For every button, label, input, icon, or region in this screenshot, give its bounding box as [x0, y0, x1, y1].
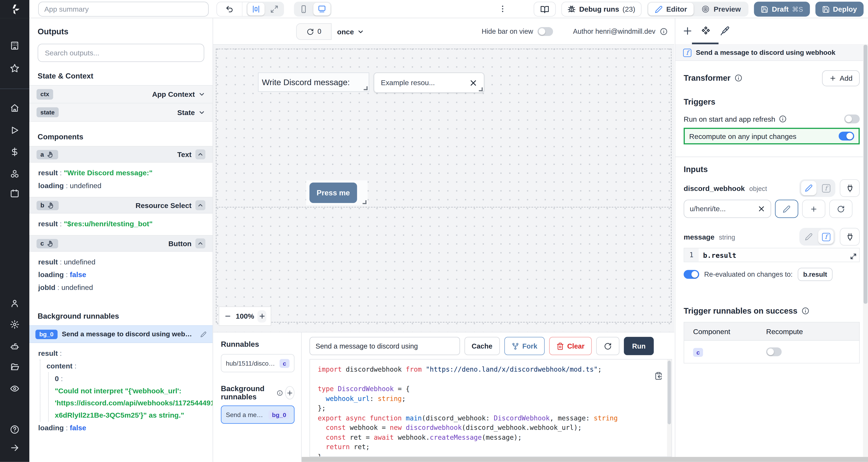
message-expression-editor[interactable]: 1 b.result [684, 248, 860, 262]
component-a-header[interactable]: a Text [29, 146, 213, 163]
bg0-row[interactable]: bg_0 Send a message to discord using web… [29, 325, 213, 343]
component-b-props: result"$res:u/henri/testing_bot" [29, 213, 213, 235]
tab-component-settings-icon[interactable] [701, 26, 711, 36]
clear-x-icon[interactable] [758, 205, 765, 212]
resize-handle[interactable] [363, 200, 367, 204]
component-a-id: a [40, 151, 44, 158]
eval-mode-button[interactable]: f [818, 230, 834, 244]
collapse-chevron-up-icon[interactable] [195, 150, 206, 159]
fork-button[interactable]: Fork [504, 337, 545, 355]
script-name-input[interactable] [309, 337, 460, 355]
tab-insert-plus-icon[interactable] [683, 26, 692, 36]
app-canvas[interactable]: Write Discord message: Example resou... … [213, 45, 674, 332]
zoom-out-button[interactable] [224, 310, 232, 322]
code-vertical-scrollbar[interactable] [667, 360, 672, 456]
reeval-toggle[interactable] [684, 270, 699, 279]
press-me-button[interactable]: Press me [309, 183, 357, 203]
undo-button[interactable] [217, 2, 242, 16]
audit-eye-icon[interactable] [10, 384, 20, 393]
add-transformer-button[interactable]: Add [822, 70, 860, 86]
component-c-header[interactable]: c Button [29, 235, 213, 252]
debug-runs-count: (23) [622, 5, 635, 13]
ctx-row[interactable]: ctx App Context [29, 85, 213, 103]
folders-icon[interactable] [10, 362, 20, 372]
runs-play-icon[interactable] [10, 126, 20, 135]
chevron-down-icon[interactable] [198, 91, 205, 98]
tab-styling-brush-icon[interactable] [720, 26, 730, 36]
draft-button[interactable]: Draft⌘S [754, 2, 810, 16]
hide-bar-toggle[interactable] [538, 27, 553, 36]
resource-select-component[interactable]: Example resou... [374, 72, 485, 93]
connect-plug-button[interactable] [840, 179, 860, 197]
tab-preview[interactable]: Preview [695, 3, 747, 15]
text-component[interactable]: Write Discord message: [258, 72, 369, 92]
variables-dollar-icon[interactable] [10, 147, 20, 157]
horizontal-scrollbar[interactable] [302, 457, 868, 462]
edit-resource-pencil-button[interactable] [775, 200, 798, 218]
schedules-calendar-icon[interactable] [10, 189, 20, 198]
resize-handle[interactable] [364, 86, 368, 90]
kebab-menu-icon[interactable] [498, 4, 507, 13]
collapse-chevron-up-icon[interactable] [195, 200, 206, 210]
static-edit-pencil-button[interactable] [801, 230, 816, 244]
users-icon[interactable] [10, 299, 20, 308]
runnable-item[interactable]: hub/1511/discord/se... c [221, 354, 294, 372]
docs-button[interactable] [534, 2, 556, 16]
centered-layout-button[interactable] [248, 3, 265, 15]
info-icon[interactable] [660, 28, 668, 36]
right-panel-scrollbar[interactable] [863, 45, 868, 457]
edit-pencil-icon[interactable] [200, 331, 206, 337]
collapse-chevron-up-icon[interactable] [195, 238, 206, 249]
state-row[interactable]: state State [29, 103, 213, 122]
frequency-dropdown[interactable]: once [337, 23, 365, 40]
outputs-panel: Outputs State & Context ctx App Context … [29, 18, 213, 462]
cache-button[interactable]: Cache [465, 337, 500, 355]
component-b-header[interactable]: b Resource Select [29, 197, 213, 213]
clear-x-icon[interactable] [469, 79, 477, 87]
run-on-start-toggle[interactable] [844, 114, 860, 123]
debug-runs-button[interactable]: Debug runs (23) [561, 2, 641, 16]
create-resource-plus-button[interactable] [802, 200, 826, 218]
search-outputs-input[interactable] [38, 44, 204, 62]
windmill-logo[interactable] [0, 0, 29, 18]
bg-runnable-item-selected[interactable]: Send a message... bg_0 [221, 405, 294, 424]
chevron-down-icon[interactable] [198, 109, 205, 116]
favorites-star-icon[interactable] [10, 64, 20, 73]
resize-handle[interactable] [479, 87, 483, 91]
copy-code-icon[interactable] [654, 372, 663, 380]
desktop-view-button[interactable] [313, 3, 330, 15]
refresh-count: 0 [317, 28, 321, 36]
info-icon[interactable] [801, 307, 809, 315]
collapse-arrow-icon[interactable] [10, 443, 20, 453]
reeval-dependency-chip[interactable]: b.result [798, 268, 833, 281]
recompute-toggle[interactable] [839, 132, 854, 140]
resource-picker[interactable]: u/henri/te... [684, 200, 771, 218]
static-edit-pencil-button[interactable] [801, 181, 816, 195]
eval-mode-button[interactable]: f [818, 181, 834, 195]
fullwidth-layout-button[interactable] [266, 3, 283, 15]
info-icon[interactable] [779, 115, 786, 123]
tab-editor[interactable]: Editor [648, 3, 693, 15]
code-editor[interactable]: import discordwebhook from "https://deno… [309, 359, 672, 457]
run-button[interactable]: Run [624, 337, 654, 355]
clear-button[interactable]: Clear [549, 337, 592, 355]
deploy-button[interactable]: Deploy [815, 2, 864, 16]
mobile-view-button[interactable] [295, 3, 312, 15]
zoom-in-button[interactable] [257, 310, 266, 322]
info-icon[interactable] [734, 74, 742, 82]
settings-gear-icon[interactable] [10, 320, 20, 329]
row-recompute-toggle[interactable] [766, 348, 782, 356]
workers-robot-icon[interactable] [10, 342, 20, 351]
connect-plug-button[interactable] [840, 228, 860, 245]
expression-code[interactable]: b.result [699, 249, 859, 262]
help-icon[interactable] [10, 425, 20, 434]
reload-script-button[interactable] [596, 337, 619, 355]
refresh-count-button[interactable]: 0 [296, 23, 332, 40]
add-bg-runnable-button[interactable] [285, 386, 294, 399]
expand-editor-icon[interactable] [850, 253, 857, 260]
refresh-resources-button[interactable] [829, 200, 852, 218]
app-summary-input[interactable] [38, 2, 209, 16]
resources-boxes-icon[interactable] [10, 169, 20, 179]
home-icon[interactable] [10, 103, 20, 113]
workspace-icon[interactable] [10, 41, 20, 51]
